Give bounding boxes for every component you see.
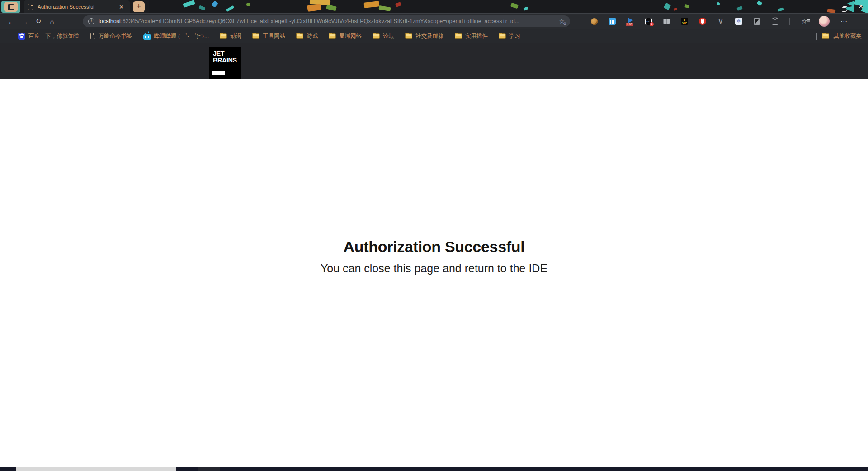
folder-icon: [499, 33, 506, 39]
scrollbar-thumb[interactable]: [16, 467, 176, 471]
extensions-menu-button[interactable]: [771, 18, 778, 25]
bookmark-folder[interactable]: 局域网络: [329, 33, 362, 40]
browser-menu-button[interactable]: ⋯: [840, 17, 848, 25]
extensions-row: 1.00 o<4 ♛VIP V ❄ ☆ ⋯: [590, 14, 848, 29]
adblock-extension-icon[interactable]: [699, 18, 706, 25]
page-header: JET BRAINS: [0, 43, 868, 79]
bookmark-item[interactable]: 百度一下，你就知道: [18, 33, 80, 40]
vip-extension-icon[interactable]: ♛VIP: [681, 18, 688, 25]
snowflake-extension-icon[interactable]: ❄: [735, 18, 742, 25]
screenshot-badge: 4: [650, 22, 654, 26]
reader-extension-icon[interactable]: [663, 18, 670, 25]
cookie-extension-icon[interactable]: [590, 18, 598, 25]
minimize-button[interactable]: –: [818, 3, 827, 10]
navigation-bar: ← → ↻ ⌂ i localhost:62345/?code=rHGbmNEG…: [0, 14, 868, 29]
profile-avatar[interactable]: [819, 16, 830, 27]
vip-label: VIP: [682, 21, 687, 24]
page-title: Authorization Successful: [0, 238, 868, 256]
screenshot-extension-icon[interactable]: o<4: [645, 18, 652, 25]
tab-close-icon[interactable]: ✕: [117, 3, 126, 11]
url-path: :62345/?code=rHGbmNEGP6Adc7eyuQ6O3F7wLHc…: [121, 18, 519, 24]
tab-strip: Authorization Successful ✕ + – ✕: [0, 0, 868, 14]
document-icon: [90, 33, 95, 39]
bookmarks-divider: [816, 33, 817, 40]
url-host: localhost: [99, 18, 121, 24]
tab-actions-menu-button[interactable]: [4, 2, 18, 12]
logo-text-line1: JET: [213, 50, 241, 57]
bookmark-folder[interactable]: 社交及邮箱: [405, 33, 444, 40]
back-button[interactable]: ←: [5, 18, 18, 25]
stats-extension-icon[interactable]: [609, 18, 616, 25]
bookmark-item[interactable]: 哔哩哔哩 ( ゜- ゜)つ...: [143, 33, 209, 40]
baidu-icon: [18, 33, 25, 40]
url-text: localhost:62345/?code=rHGbmNEGP6Adc7eyuQ…: [99, 18, 555, 24]
horizontal-scrollbar[interactable]: [0, 467, 868, 471]
desktop-wallpaper: [149, 0, 868, 14]
vertical-tabs-icon: [8, 4, 14, 10]
page-content: Authorization Successful You can close t…: [0, 79, 868, 467]
cursor-extension-icon[interactable]: [753, 18, 760, 25]
video-downloader-extension-icon[interactable]: 1.00: [627, 18, 634, 25]
folder-icon: [822, 33, 829, 39]
bookmark-item[interactable]: 万能命令书签: [90, 33, 132, 40]
favorites-star-icon: ☆: [801, 17, 807, 25]
tab-title: Authorization Successful: [38, 4, 117, 10]
folder-icon: [405, 33, 412, 39]
logo-text-line2: BRAINS: [213, 57, 241, 64]
bookmark-folder[interactable]: 游戏: [296, 33, 318, 40]
address-bar[interactable]: i localhost:62345/?code=rHGbmNEGP6Adc7ey…: [83, 15, 570, 27]
bookmark-folder[interactable]: 动漫: [220, 33, 241, 40]
active-tab[interactable]: Authorization Successful ✕: [24, 0, 130, 14]
bookmark-folder[interactable]: 学习: [499, 33, 520, 40]
page-favicon-icon: [28, 4, 33, 10]
bookmark-folder[interactable]: 论坛: [373, 33, 394, 40]
logo-underscore: [212, 71, 225, 75]
folder-icon: [373, 33, 380, 39]
scrollbar-shade: [198, 467, 220, 471]
refresh-button[interactable]: ↻: [32, 17, 45, 25]
bookmark-folder[interactable]: 实用插件: [455, 33, 488, 40]
favorites-list-button[interactable]: ☆: [801, 18, 808, 25]
browser-window: Authorization Successful ✕ + – ✕ ← → ↻ ⌂…: [0, 0, 868, 471]
window-controls: – ✕: [818, 0, 865, 13]
page-subtext: You can close this page and return to th…: [0, 262, 868, 275]
v-extension-icon[interactable]: V: [717, 18, 724, 25]
toolbar-divider: [789, 18, 790, 25]
add-favorite-icon[interactable]: ☆: [559, 18, 565, 25]
bookmarks-bar: 百度一下，你就知道 万能命令书签 哔哩哔哩 ( ゜- ゜)つ... 动漫 工具网…: [0, 29, 868, 43]
forward-button[interactable]: →: [18, 18, 32, 25]
folder-icon: [220, 33, 227, 39]
close-button[interactable]: ✕: [856, 3, 865, 10]
folder-icon: [329, 33, 336, 39]
folder-icon: [296, 33, 303, 39]
other-favorites[interactable]: 其他收藏夹: [816, 29, 862, 43]
video-badge: 1.00: [626, 23, 633, 26]
bookmark-folder[interactable]: 工具网站: [252, 33, 285, 40]
new-tab-button[interactable]: +: [133, 1, 145, 12]
jetbrains-logo[interactable]: JET BRAINS: [209, 47, 241, 79]
site-info-icon[interactable]: i: [88, 18, 94, 24]
folder-icon: [252, 33, 259, 39]
puzzle-icon: [772, 18, 778, 25]
folder-icon: [455, 33, 462, 39]
home-button[interactable]: ⌂: [45, 18, 59, 25]
bilibili-icon: [143, 34, 151, 40]
tab-actions-highlight: [1, 1, 20, 13]
